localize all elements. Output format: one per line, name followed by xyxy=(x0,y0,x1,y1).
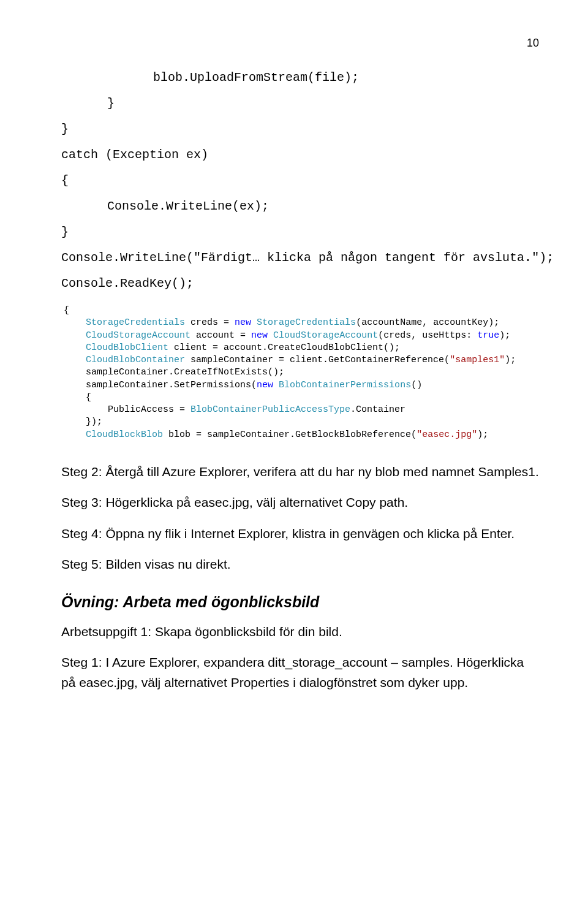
ide-txt: creds = xyxy=(185,317,235,328)
ide-txt: () xyxy=(411,380,422,390)
ide-txt: (accountName, accountKey); xyxy=(356,317,499,328)
ide-txt: (creds, useHttps: xyxy=(378,330,477,341)
code-line-6: Console.WriteLine(ex); xyxy=(61,197,539,216)
ide-type: CloudStorageAccount xyxy=(86,330,190,341)
ide-txt: ); xyxy=(505,355,516,365)
ide-txt: sampleContainer = client.GetContainerRef… xyxy=(185,355,450,365)
ide-txt: .Container xyxy=(350,404,405,415)
code-line-3: } xyxy=(61,119,539,139)
code-line-8: Console.WriteLine("Färdigt… klicka på nå… xyxy=(61,248,539,268)
ide-txt xyxy=(64,355,86,365)
ide-type: CloudBlockBlob xyxy=(86,430,163,440)
ide-brace: { xyxy=(64,305,69,316)
ide-type: BlobContainerPublicAccessType xyxy=(190,404,350,415)
task-1: Arbetsuppgift 1: Skapa ögonblicksbild fö… xyxy=(61,622,539,642)
code-line-5: { xyxy=(61,171,539,191)
ide-txt: sampleContainer.SetPermissions( xyxy=(64,380,257,390)
page-number: 10 xyxy=(61,37,539,50)
ide-txt xyxy=(64,430,86,440)
ide-type: CloudStorageAccount xyxy=(273,330,378,341)
ide-type: BlobContainerPermissions xyxy=(279,380,411,390)
ide-screenshot: { StorageCredentials creds = new Storage… xyxy=(61,300,527,444)
ide-keyword: new xyxy=(235,317,251,328)
ide-txt xyxy=(64,343,86,353)
ide-txt xyxy=(251,317,257,328)
ide-keyword: new xyxy=(257,380,273,390)
ide-type: StorageCredentials xyxy=(86,317,185,328)
code-line-2: } xyxy=(61,94,539,113)
code-line-7: } xyxy=(61,222,539,242)
ide-type: CloudBlobContainer xyxy=(86,355,185,365)
ide-txt: ); xyxy=(499,330,510,341)
step-3: Steg 3: Högerklicka på easec.jpg, välj a… xyxy=(61,493,539,513)
ide-txt: { xyxy=(64,392,91,403)
ide-txt: sampleContainer.CreateIfNotExists(); xyxy=(64,367,284,377)
step-5: Steg 5: Bilden visas nu direkt. xyxy=(61,555,539,575)
step-1-after: Steg 1: I Azure Explorer, expandera ditt… xyxy=(61,653,539,692)
ide-txt xyxy=(273,380,279,390)
exercise-heading: Övning: Arbeta med ögonblicksbild xyxy=(61,593,539,611)
ide-txt: client = account.CreateCloudBlobClient()… xyxy=(168,343,400,353)
ide-string: "samples1" xyxy=(450,355,505,365)
ide-string: "easec.jpg" xyxy=(417,430,477,440)
code-line-4: catch (Exception ex) xyxy=(61,145,539,165)
ide-type: CloudBlobClient xyxy=(86,343,168,353)
step-2: Steg 2: Återgå till Azure Explorer, veri… xyxy=(61,462,539,482)
ide-keyword: true xyxy=(477,330,499,341)
ide-txt: }); xyxy=(64,417,102,427)
code-line-1: blob.UploadFromStream(file); xyxy=(61,68,539,88)
ide-txt xyxy=(64,317,86,328)
ide-txt: blob = sampleContainer.GetBlockBlobRefer… xyxy=(163,430,417,440)
ide-keyword: new xyxy=(251,330,268,341)
code-line-9: Console.ReadKey(); xyxy=(61,274,539,294)
ide-txt: PublicAccess = xyxy=(64,404,190,415)
ide-txt xyxy=(64,330,86,341)
ide-txt xyxy=(268,330,273,341)
step-4: Steg 4: Öppna ny flik i Internet Explore… xyxy=(61,524,539,544)
ide-txt: ); xyxy=(477,430,488,440)
ide-txt: account = xyxy=(190,330,251,341)
ide-type: StorageCredentials xyxy=(257,317,356,328)
